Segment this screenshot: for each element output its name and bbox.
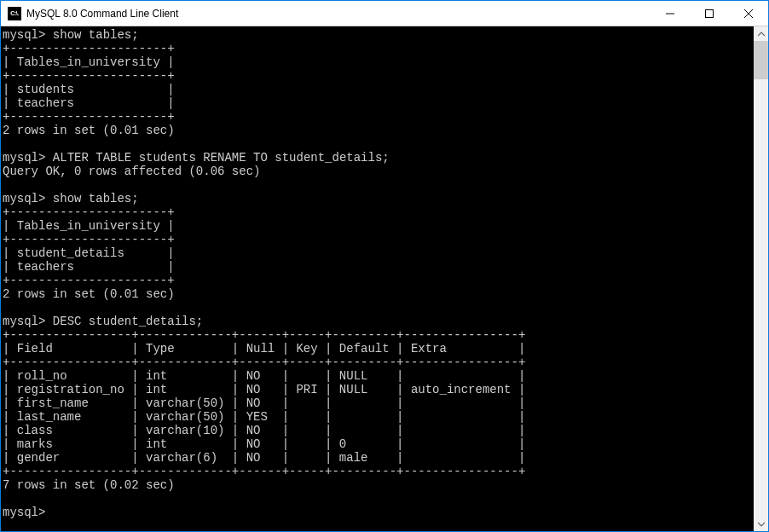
prompt: mysql>: [3, 315, 45, 328]
minimize-icon: [666, 9, 674, 18]
window-title: MySQL 8.0 Command Line Client: [26, 8, 650, 20]
close-button[interactable]: [729, 1, 768, 26]
table-sep: +----------------------+: [3, 205, 175, 219]
table-sep: +-----------------+-------------+------+…: [3, 328, 525, 342]
table-sep: +-----------------+-------------+------+…: [3, 465, 525, 478]
svg-rect-1: [706, 9, 714, 17]
table-row: | registration_no | int | NO | PRI | NUL…: [3, 383, 525, 396]
command: ALTER TABLE students RENAME TO student_d…: [53, 151, 390, 165]
scroll-down-button[interactable]: [754, 517, 768, 531]
chevron-down-icon: [758, 521, 765, 528]
close-icon: [744, 9, 753, 18]
window-controls: [650, 1, 768, 26]
prompt: mysql>: [3, 192, 45, 205]
table-row: | teachers |: [3, 260, 175, 274]
table-header: | Field | Type | Null | Key | Default | …: [3, 342, 525, 356]
table-sep: +----------------------+: [3, 233, 175, 246]
table-header: | Tables_in_university |: [3, 219, 175, 233]
scrollbar-thumb[interactable]: [754, 41, 768, 79]
rows-status: 2 rows in set (0.01 sec): [3, 124, 175, 137]
vertical-scrollbar[interactable]: [754, 26, 768, 531]
table-row: | students |: [3, 83, 175, 96]
table-row: | student_details |: [3, 246, 175, 260]
table-row: | class | varchar(10) | NO | | | |: [3, 424, 525, 437]
table-row: | roll_no | int | NO | | NULL | |: [3, 369, 525, 383]
prompt: mysql>: [3, 151, 45, 165]
table-sep: +----------------------+: [3, 110, 175, 124]
table-sep: +----------------------+: [3, 42, 175, 55]
terminal[interactable]: mysql> show tables; +-------------------…: [1, 26, 754, 531]
command: show tables;: [53, 28, 139, 42]
titlebar: C:\. MySQL 8.0 Command Line Client: [1, 1, 768, 26]
chevron-up-icon: [758, 31, 765, 38]
command: show tables;: [53, 192, 139, 205]
scroll-up-button[interactable]: [754, 26, 768, 41]
prompt: mysql>: [3, 506, 45, 519]
rows-status: 7 rows in set (0.02 sec): [3, 478, 175, 492]
table-row: | marks | int | NO | | 0 | |: [3, 437, 525, 451]
table-sep: +----------------------+: [3, 274, 175, 287]
minimize-button[interactable]: [650, 1, 690, 26]
table-row: | last_name | varchar(50) | YES | | | |: [3, 410, 525, 424]
terminal-area: mysql> show tables; +-------------------…: [1, 26, 768, 531]
maximize-icon: [705, 9, 714, 18]
command: DESC student_details;: [53, 315, 203, 328]
table-sep: +----------------------+: [3, 69, 175, 83]
query-status: Query OK, 0 rows affected (0.06 sec): [3, 165, 260, 178]
maximize-button[interactable]: [690, 1, 729, 26]
app-icon: C:\.: [8, 7, 21, 20]
table-row: | first_name | varchar(50) | NO | | | |: [3, 396, 525, 410]
rows-status: 2 rows in set (0.01 sec): [3, 287, 175, 301]
prompt: mysql>: [3, 28, 45, 42]
table-header: | Tables_in_university |: [3, 55, 175, 69]
table-sep: +-----------------+-------------+------+…: [3, 356, 525, 369]
table-row: | teachers |: [3, 96, 175, 110]
table-row: | gender | varchar(6) | NO | | male | |: [3, 451, 525, 465]
